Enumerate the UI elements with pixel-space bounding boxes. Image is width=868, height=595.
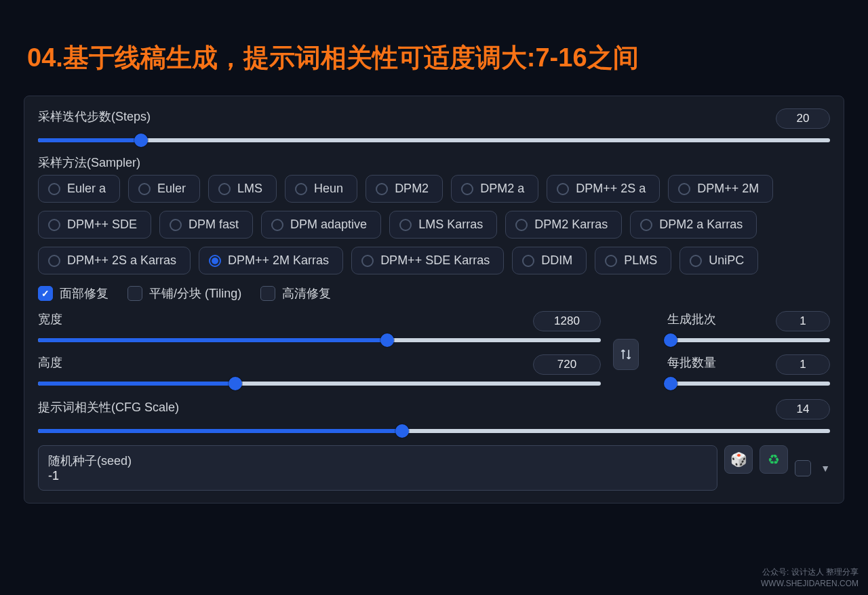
cfg-value[interactable]: 14 bbox=[776, 399, 830, 419]
swap-icon bbox=[619, 348, 633, 361]
sampler-option[interactable]: DPM++ SDE bbox=[38, 211, 151, 239]
steps-value[interactable]: 20 bbox=[776, 108, 830, 129]
sampler-option-label: LMS bbox=[237, 182, 262, 196]
sampler-option[interactable]: DPM++ 2M bbox=[668, 175, 773, 203]
batch-count-label: 生成批次 bbox=[667, 311, 716, 327]
seed-label: 随机种子(seed) bbox=[48, 453, 707, 469]
seed-input[interactable]: 随机种子(seed) -1 bbox=[38, 445, 717, 491]
radio-icon bbox=[138, 183, 151, 195]
height-slider[interactable] bbox=[38, 379, 601, 388]
sampler-option[interactable]: DPM2 bbox=[366, 175, 443, 203]
swap-dimensions-button[interactable] bbox=[613, 339, 639, 370]
radio-icon bbox=[515, 219, 528, 231]
width-slider[interactable] bbox=[38, 335, 601, 345]
sampler-option[interactable]: DDIM bbox=[512, 247, 587, 274]
width-label: 宽度 bbox=[38, 311, 62, 327]
sampler-option[interactable]: UniPC bbox=[679, 247, 758, 274]
radio-icon bbox=[678, 183, 690, 195]
radio-icon bbox=[48, 255, 60, 267]
sampler-group: Euler aEulerLMSHeunDPM2DPM2 aDPM++ 2S aD… bbox=[38, 175, 830, 274]
radio-icon bbox=[690, 255, 702, 267]
sampler-option[interactable]: DPM++ 2M Karras bbox=[199, 247, 343, 274]
sampler-option-label: DPM++ 2M bbox=[697, 182, 759, 196]
sampler-option[interactable]: DPM2 a Karras bbox=[630, 211, 757, 239]
sampler-option-label: DPM++ 2M Karras bbox=[228, 253, 329, 268]
sampler-option[interactable]: DPM2 Karras bbox=[505, 211, 622, 239]
radio-icon bbox=[271, 219, 283, 231]
sampler-option-label: DPM++ 2S a Karras bbox=[67, 253, 176, 268]
radio-icon bbox=[557, 183, 569, 195]
hires-label: 高清修复 bbox=[282, 285, 331, 302]
sampler-option[interactable]: Euler bbox=[128, 175, 200, 203]
sampler-option[interactable]: DPM fast bbox=[159, 211, 253, 239]
sampler-option[interactable]: Euler a bbox=[38, 175, 120, 203]
sampler-option-label: DPM++ 2S a bbox=[576, 182, 646, 196]
sampler-option-label: PLMS bbox=[624, 253, 657, 268]
steps-label: 采样迭代步数(Steps) bbox=[38, 108, 151, 125]
expand-icon[interactable]: ▼ bbox=[821, 463, 830, 474]
sampler-option-label: DPM fast bbox=[189, 218, 239, 232]
randomize-seed-button[interactable]: 🎲 bbox=[724, 445, 753, 474]
dice-icon: 🎲 bbox=[730, 451, 747, 468]
page-title: 04.基于线稿生成，提示词相关性可适度调大:7-16之间 bbox=[0, 0, 868, 96]
sampler-option[interactable]: LMS bbox=[208, 175, 277, 203]
sampler-option[interactable]: DPM2 a bbox=[451, 175, 538, 203]
sampler-option-label: LMS Karras bbox=[418, 218, 483, 232]
radio-icon bbox=[295, 183, 307, 195]
cfg-slider[interactable] bbox=[38, 426, 830, 436]
sampler-option[interactable]: DPM++ SDE Karras bbox=[351, 247, 504, 274]
radio-icon bbox=[461, 183, 473, 195]
settings-panel: 采样迭代步数(Steps) 20 采样方法(Sampler) Euler aEu… bbox=[24, 96, 844, 504]
width-value[interactable]: 1280 bbox=[533, 311, 601, 331]
sampler-option-label: Euler bbox=[157, 182, 186, 196]
radio-icon bbox=[209, 255, 221, 267]
recycle-icon: ♻ bbox=[768, 451, 780, 468]
batch-size-slider[interactable] bbox=[667, 379, 830, 388]
reuse-seed-button[interactable]: ♻ bbox=[760, 445, 788, 474]
sampler-option-label: DPM2 a Karras bbox=[659, 218, 743, 232]
watermark: 公众号: 设计达人 整理分享 WWW.SHEJIDAREN.COM bbox=[761, 567, 859, 590]
batch-size-label: 每批数量 bbox=[667, 354, 716, 371]
radio-icon bbox=[170, 219, 182, 231]
radio-icon bbox=[218, 183, 231, 195]
batch-count-slider[interactable] bbox=[667, 335, 830, 345]
batch-size-value[interactable]: 1 bbox=[776, 354, 830, 375]
seed-value: -1 bbox=[48, 469, 707, 483]
radio-icon bbox=[48, 219, 60, 231]
radio-icon bbox=[48, 183, 60, 195]
sampler-option-label: DPM2 a bbox=[480, 182, 524, 196]
sampler-option[interactable]: DPM adaptive bbox=[261, 211, 381, 239]
hires-checkbox[interactable] bbox=[260, 286, 275, 301]
sampler-option-label: DPM2 Karras bbox=[534, 218, 608, 232]
sampler-option-label: Heun bbox=[314, 182, 343, 196]
tiling-label: 平铺/分块 (Tiling) bbox=[149, 285, 241, 302]
radio-icon bbox=[605, 255, 617, 267]
height-value[interactable]: 720 bbox=[533, 354, 601, 375]
sampler-option-label: DPM++ SDE bbox=[67, 218, 137, 232]
radio-icon bbox=[361, 255, 374, 267]
face-restore-checkbox[interactable]: ✓ bbox=[38, 286, 53, 301]
radio-icon bbox=[376, 183, 388, 195]
batch-count-value[interactable]: 1 bbox=[776, 311, 830, 331]
sampler-option[interactable]: LMS Karras bbox=[389, 211, 497, 239]
sampler-option-label: DDIM bbox=[541, 253, 572, 268]
sampler-option[interactable]: Heun bbox=[285, 175, 357, 203]
sampler-option-label: DPM++ SDE Karras bbox=[380, 253, 490, 268]
cfg-label: 提示词相关性(CFG Scale) bbox=[38, 399, 179, 415]
sampler-option-label: DPM2 bbox=[395, 182, 429, 196]
sampler-option-label: UniPC bbox=[709, 253, 744, 268]
sampler-option-label: DPM adaptive bbox=[290, 218, 367, 232]
face-restore-label: 面部修复 bbox=[60, 285, 108, 302]
radio-icon bbox=[522, 255, 534, 267]
sampler-option[interactable]: PLMS bbox=[595, 247, 671, 274]
sampler-label: 采样方法(Sampler) bbox=[38, 155, 830, 171]
height-label: 高度 bbox=[38, 354, 62, 371]
steps-slider[interactable] bbox=[38, 136, 830, 145]
sampler-option[interactable]: DPM++ 2S a bbox=[547, 175, 660, 203]
tiling-checkbox[interactable] bbox=[127, 286, 142, 301]
radio-icon bbox=[399, 219, 412, 231]
sampler-option-label: Euler a bbox=[67, 182, 106, 196]
sampler-option[interactable]: DPM++ 2S a Karras bbox=[38, 247, 191, 274]
extra-seed-checkbox[interactable] bbox=[795, 460, 811, 476]
radio-icon bbox=[640, 219, 652, 231]
